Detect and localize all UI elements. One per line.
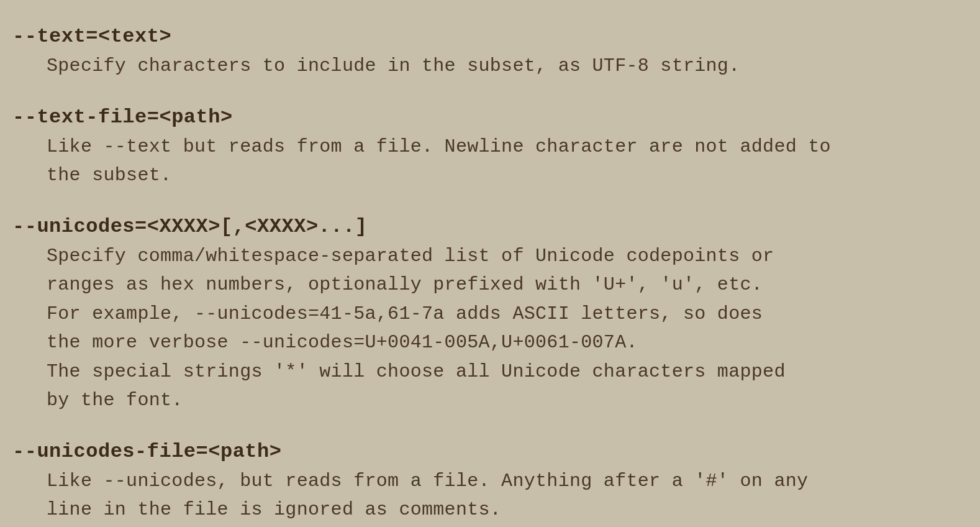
- section-unicodes-file-option: --unicodes-file=<path>Like --unicodes, b…: [12, 440, 968, 525]
- description-unicodes-option: Specify comma/whitespace-separated list …: [12, 242, 968, 415]
- flag-text-file-option: --text-file=<path>: [12, 106, 968, 129]
- description-text-option: Specify characters to include in the sub…: [12, 52, 968, 81]
- description-unicodes-file-option: Like --unicodes, but reads from a file. …: [12, 467, 968, 525]
- section-text-file-option: --text-file=<path>Like --text but reads …: [12, 106, 968, 190]
- section-text-option: --text=<text>Specify characters to inclu…: [12, 25, 968, 81]
- flag-unicodes-file-option: --unicodes-file=<path>: [12, 440, 968, 463]
- section-unicodes-option: --unicodes=<XXXX>[,<XXXX>...]Specify com…: [12, 215, 968, 415]
- flag-unicodes-option: --unicodes=<XXXX>[,<XXXX>...]: [12, 215, 968, 238]
- flag-text-option: --text=<text>: [12, 25, 968, 48]
- description-text-file-option: Like --text but reads from a file. Newli…: [12, 132, 968, 190]
- main-content: --text=<text>Specify characters to inclu…: [12, 19, 968, 527]
